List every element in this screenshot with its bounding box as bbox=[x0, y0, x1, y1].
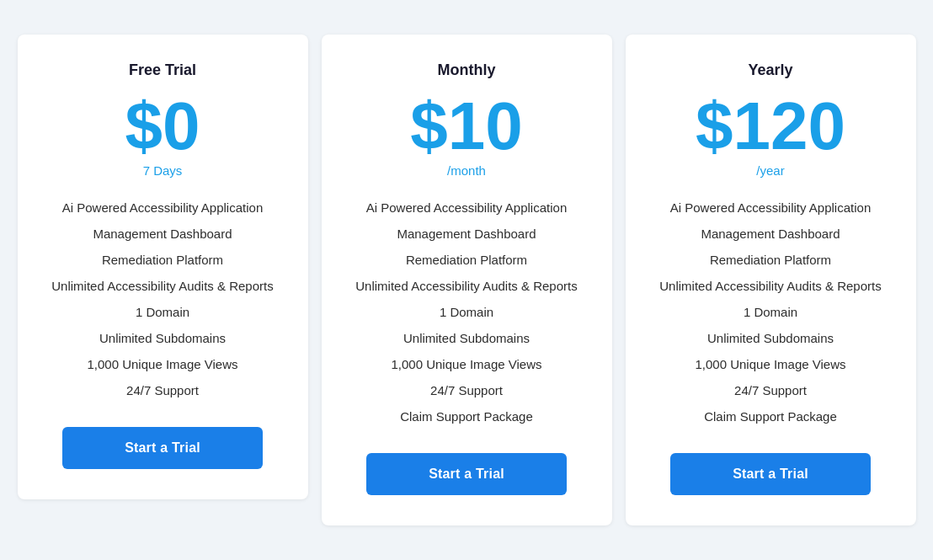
plan-feature-item: 24/7 Support bbox=[38, 377, 288, 403]
plan-name: Free Trial bbox=[129, 61, 196, 79]
plan-feature-item: Unlimited Accessibility Audits & Reports bbox=[342, 273, 592, 299]
plan-feature-item: Management Dashboard bbox=[646, 221, 896, 247]
plan-period: 7 Days bbox=[143, 163, 183, 178]
plan-feature-item: 1 Domain bbox=[342, 299, 592, 325]
pricing-card-yearly: Yearly$120/yearAi Powered Accessibility … bbox=[626, 35, 916, 525]
plan-feature-item: 1,000 Unique Image Views bbox=[342, 351, 592, 377]
plan-feature-item: Unlimited Subdomains bbox=[646, 325, 896, 351]
plan-feature-item: 1,000 Unique Image Views bbox=[646, 351, 896, 377]
start-trial-button-free[interactable]: Start a Trial bbox=[62, 427, 263, 469]
plan-features-list: Ai Powered Accessibility ApplicationMana… bbox=[646, 195, 896, 429]
plan-feature-item: 24/7 Support bbox=[342, 377, 592, 403]
pricing-card-free: Free Trial$07 DaysAi Powered Accessibili… bbox=[18, 35, 308, 499]
plan-feature-item: 24/7 Support bbox=[646, 377, 896, 403]
plan-price: $0 bbox=[125, 93, 200, 160]
plan-name: Monthly bbox=[438, 61, 496, 79]
plan-period: /month bbox=[447, 163, 486, 178]
plan-feature-item: Remediation Platform bbox=[646, 247, 896, 273]
plan-features-list: Ai Powered Accessibility ApplicationMana… bbox=[38, 195, 288, 403]
plan-name: Yearly bbox=[748, 61, 792, 79]
plan-feature-item: 1,000 Unique Image Views bbox=[38, 351, 288, 377]
plan-feature-item: Ai Powered Accessibility Application bbox=[646, 195, 896, 221]
plan-feature-item: Claim Support Package bbox=[342, 403, 592, 429]
plan-feature-item: 1 Domain bbox=[646, 299, 896, 325]
plan-feature-item: Claim Support Package bbox=[646, 403, 896, 429]
pricing-container: Free Trial$07 DaysAi Powered Accessibili… bbox=[0, 18, 933, 542]
plan-price: $120 bbox=[696, 93, 845, 160]
start-trial-button-monthly[interactable]: Start a Trial bbox=[366, 453, 567, 495]
start-trial-button-yearly[interactable]: Start a Trial bbox=[670, 453, 871, 495]
plan-features-list: Ai Powered Accessibility ApplicationMana… bbox=[342, 195, 592, 429]
plan-feature-item: Ai Powered Accessibility Application bbox=[38, 195, 288, 221]
plan-feature-item: Unlimited Accessibility Audits & Reports bbox=[38, 273, 288, 299]
plan-price: $10 bbox=[410, 93, 522, 160]
plan-feature-item: Remediation Platform bbox=[38, 247, 288, 273]
plan-period: /year bbox=[756, 163, 784, 178]
plan-feature-item: Remediation Platform bbox=[342, 247, 592, 273]
plan-feature-item: 1 Domain bbox=[38, 299, 288, 325]
plan-feature-item: Unlimited Subdomains bbox=[38, 325, 288, 351]
plan-feature-item: Management Dashboard bbox=[342, 221, 592, 247]
plan-feature-item: Unlimited Accessibility Audits & Reports bbox=[646, 273, 896, 299]
pricing-card-monthly: Monthly$10/monthAi Powered Accessibility… bbox=[322, 35, 612, 525]
plan-feature-item: Management Dashboard bbox=[38, 221, 288, 247]
plan-feature-item: Unlimited Subdomains bbox=[342, 325, 592, 351]
plan-feature-item: Ai Powered Accessibility Application bbox=[342, 195, 592, 221]
